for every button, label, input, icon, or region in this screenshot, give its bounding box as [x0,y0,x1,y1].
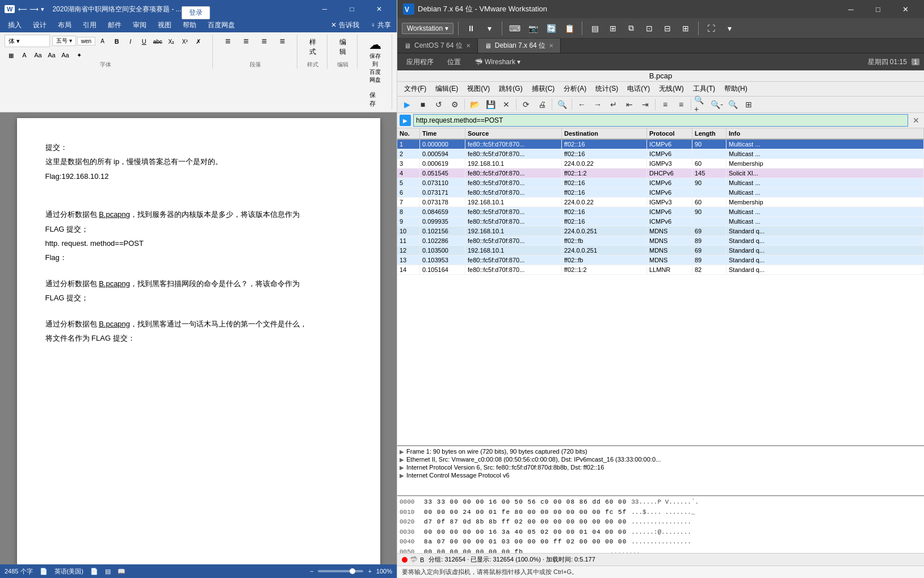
packet-row-5[interactable]: 5 0.073110 fe80::fc5f:d70f:870... ff02::… [397,178,924,188]
view-btn4[interactable]: ⊡ [641,20,657,36]
ws-restart-capture[interactable]: ↺ [431,98,446,111]
pause-button[interactable]: ⏸ [463,20,479,36]
fullscreen-button[interactable]: ⛶ [703,20,719,36]
packet-row-2[interactable]: 2 0.000594 fe80::fc5f:d70f:870... ff02::… [397,149,924,159]
zoom-in-icon[interactable]: + [368,568,371,575]
tab-references[interactable]: 引用 [77,18,102,32]
tab-review[interactable]: 审阅 [127,18,152,32]
subscript-button[interactable]: X₂ [165,36,178,47]
case-button[interactable]: Aa [59,49,72,61]
font-size-wen[interactable]: wen [77,37,95,45]
menu-capture[interactable]: 捕获(C) [527,83,560,95]
ws-close-file[interactable]: ✕ [499,98,514,111]
vmware-maximize-button[interactable]: □ [865,0,891,18]
ws-options-capture[interactable]: ⚙ [447,98,462,111]
bold-button[interactable]: B [111,36,123,47]
packet-row-6[interactable]: 6 0.073171 fe80::fc5f:d70f:870... ff02::… [397,188,924,198]
ws-go-forward[interactable]: → [590,98,605,111]
font-size-dn-button[interactable]: Aa [45,49,58,61]
bullets-button[interactable]: ≡ [256,35,273,48]
word-maximize-button[interactable]: □ [339,0,365,18]
tab-mail[interactable]: 邮件 [102,18,127,32]
snapshot-button[interactable]: 📷 [525,20,541,36]
apps-menu[interactable]: 应用程序 [402,56,438,68]
ws-zoom-in[interactable]: 🔍+ [694,98,708,111]
tab-baidu[interactable]: 百度网盘 [202,18,241,32]
ws-autoscroll[interactable]: ≡ [674,98,688,111]
snapshot3-button[interactable]: 📋 [561,20,577,36]
word-close-button[interactable]: ✕ [366,0,392,18]
ws-resize-cols[interactable]: ⊞ [741,98,756,111]
ws-goto-packet[interactable]: ↵ [606,98,621,111]
menu-help[interactable]: 帮助(H) [720,83,752,95]
packet-row-1[interactable]: 1 0.000000 fe80::fc5f:d70f:870... ff02::… [397,140,924,149]
snapshot2-button[interactable]: 🔄 [543,20,559,36]
save-baidu-button[interactable]: ☁ 保存到 百度网盘 [364,35,386,87]
menu-jump[interactable]: 跳转(G) [494,83,527,95]
packet-row-13[interactable]: 13 0.103953 fe80::fc5f:d70f:870... ff02:… [397,256,924,265]
tab-share[interactable]: ♀ 共享 [365,18,397,32]
view-btn2[interactable]: ⊞ [605,20,621,36]
tab-view[interactable]: 视图 [152,18,177,32]
view-btn3[interactable]: ⧉ [623,20,639,36]
workstation-dropdown[interactable]: Workstation ▾ [402,23,453,34]
tab-layout[interactable]: 布局 [52,18,77,32]
packet-row-8[interactable]: 8 0.084659 fe80::fc5f:d70f:870... ff02::… [397,207,924,217]
menu-view[interactable]: 视图(V) [463,83,494,95]
packet-row-7[interactable]: 7 0.073178 192.168.10.1 224.0.0.22 IGMPv… [397,198,924,207]
ws-start-capture[interactable]: ▶ [400,98,414,111]
font-size-select[interactable]: 五号 ▾ [52,36,76,46]
strikethrough-button[interactable]: abc [152,36,164,47]
undo-icon[interactable]: ⟵ [18,6,27,13]
vm-tab-debian[interactable]: 🖥 Debian 7.x 64 位 ✕ [478,39,561,53]
menu-edit[interactable]: 编辑(E) [431,83,463,95]
edit-button[interactable]: 编辑 [334,35,351,60]
detail-row-4[interactable]: ▶ Internet Control Message Protocol v6 [397,471,924,479]
filter-clear-button[interactable]: ✕ [910,115,922,126]
numbering-button[interactable]: ≡ [274,35,291,48]
tab-insert[interactable]: 插入 [2,18,27,32]
packet-row-10[interactable]: 10 0.102156 192.168.10.1 224.0.0.251 MDN… [397,227,924,236]
ws-open-file[interactable]: 📂 [467,98,482,111]
menu-wireless[interactable]: 无线(W) [654,83,688,95]
customize-icon[interactable]: ▾ [41,6,44,13]
font-size-up-button[interactable]: Aa [32,49,44,61]
vmware-close-button[interactable]: ✕ [892,0,918,18]
fullscreen-arrow[interactable]: ▾ [721,20,737,36]
detail-row-2[interactable]: ▶ Ethernet II, Src: Vmware_c0:00:08 (00:… [397,455,924,463]
ws-zoom-100[interactable]: 🔍 [725,98,740,111]
doc-view-icon[interactable]: 📄 [90,568,98,575]
packet-row-12[interactable]: 12 0.103500 192.168.10.1 224.0.0.251 MDN… [397,246,924,256]
styles-button[interactable]: 样式 [304,35,321,60]
debian-tab-close[interactable]: ✕ [549,43,553,49]
menu-phone[interactable]: 电话(Y) [623,83,654,95]
view-btn5[interactable]: ⊟ [660,20,675,36]
location-menu[interactable]: 位置 [443,56,465,68]
zoom-slider[interactable] [318,570,363,572]
centos-tab-close[interactable]: ✕ [466,43,471,49]
ws-print[interactable]: 🖨 [535,98,549,111]
packet-list[interactable]: No. Time Source Destination Protocol Len… [397,128,924,445]
ws-colorize[interactable]: ≡ [658,98,673,111]
filter-input[interactable] [413,114,908,127]
menu-file[interactable]: 文件(F) [400,83,431,95]
layout-view-icon[interactable]: ▤ [105,568,111,575]
redo-icon[interactable]: ⟶ [30,6,39,13]
underline-button[interactable]: U [138,36,150,47]
highlight-button[interactable]: ▦ [5,49,17,61]
align-left-button[interactable]: ≡ [220,35,237,48]
ws-go-back[interactable]: ← [574,98,589,111]
send-ctrlaltdel-button[interactable]: ⌨ [507,20,523,36]
packet-row-14[interactable]: 14 0.105164 fe80::fc5f:d70f:870... ff02:… [397,265,924,275]
align-center-button[interactable]: ≡ [238,35,255,48]
ws-first-packet[interactable]: ⇤ [622,98,637,111]
word-minimize-button[interactable]: ─ [312,0,338,18]
font-family-select[interactable]: 体 ▾ [5,35,50,47]
italic-button[interactable]: I [124,36,137,47]
menu-stats[interactable]: 统计(S) [591,83,623,95]
word-login-button[interactable]: 登录 [182,6,210,19]
vmware-minimize-button[interactable]: ─ [838,0,864,18]
special-char-button[interactable]: ✦ [73,49,85,61]
clear-format-button[interactable]: ✗ [192,36,205,47]
ws-stop-capture[interactable]: ■ [415,98,430,111]
